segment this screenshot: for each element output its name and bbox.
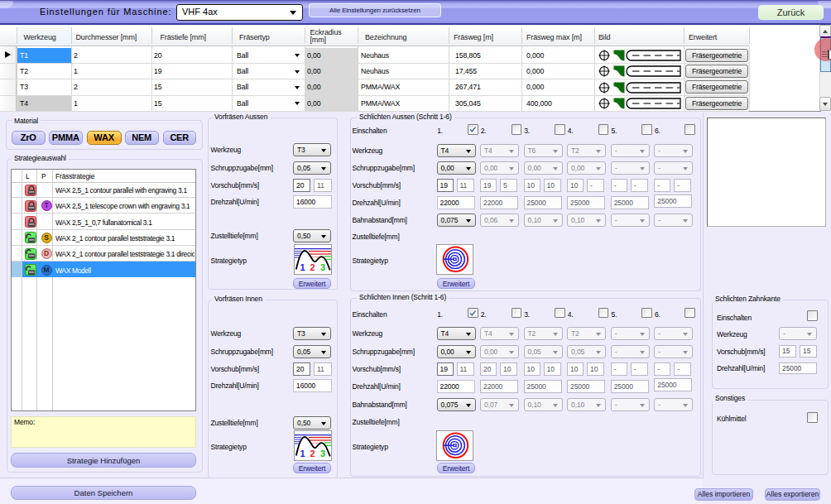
svg-text:1: 1: [300, 262, 305, 272]
svg-text:2: 2: [310, 262, 315, 272]
svg-text:3: 3: [320, 449, 325, 458]
svg-text:3: 3: [320, 262, 325, 272]
svg-text:2: 2: [310, 449, 315, 458]
svg-text:1: 1: [300, 449, 305, 458]
